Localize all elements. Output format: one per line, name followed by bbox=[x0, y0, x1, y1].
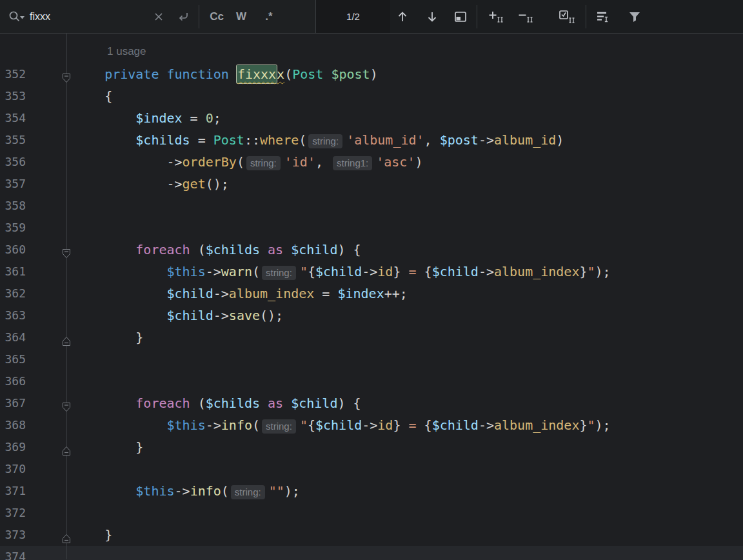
code-line[interactable]: 373 } bbox=[0, 524, 743, 546]
token-prop: album_id bbox=[494, 132, 556, 148]
line-number: 373 bbox=[0, 524, 26, 546]
line-number: 355 bbox=[0, 129, 26, 151]
code-line[interactable]: 370 bbox=[0, 458, 743, 480]
token-punct: ( bbox=[237, 154, 244, 170]
token-punct: { bbox=[74, 88, 112, 104]
code-line[interactable]: 359 bbox=[0, 217, 743, 239]
line-number: 367 bbox=[0, 392, 26, 414]
token-var: $child bbox=[291, 242, 337, 257]
token-punct: -> bbox=[479, 132, 494, 148]
token-punct: = bbox=[190, 132, 213, 148]
fold-end-icon[interactable] bbox=[61, 336, 72, 346]
code-line[interactable]: 358 bbox=[0, 195, 743, 217]
fold-end-icon[interactable] bbox=[61, 446, 72, 456]
token-kw: private function bbox=[74, 66, 237, 82]
words-toggle[interactable]: W bbox=[232, 10, 251, 23]
code-line[interactable]: 362 $child->album_index = $index++; bbox=[0, 283, 743, 305]
code-line[interactable]: 354 $index = 0; bbox=[0, 107, 743, 129]
token-var: $index bbox=[337, 286, 384, 301]
fold-collapse-icon[interactable] bbox=[61, 402, 72, 412]
code-text: ->orderBy(string:'id', string1:'asc') bbox=[74, 151, 423, 173]
code-line[interactable]: 371 $this->info(string:""); bbox=[0, 480, 743, 502]
token-punct bbox=[74, 242, 135, 257]
token-punct: { bbox=[308, 417, 315, 433]
fold-marker[interactable] bbox=[61, 398, 72, 408]
code-line[interactable]: 353 { bbox=[0, 85, 743, 107]
code-line[interactable]: 355 $childs = Post::where(string:'album_… bbox=[0, 129, 743, 151]
filter-icon[interactable] bbox=[628, 10, 641, 23]
newline-icon[interactable] bbox=[175, 11, 190, 23]
inlay-hint: string: bbox=[308, 134, 342, 148]
search-in-selection-icon[interactable] bbox=[596, 10, 610, 23]
clear-icon[interactable] bbox=[154, 12, 164, 22]
select-all-occurrences-icon[interactable] bbox=[559, 10, 575, 24]
token-punct: = bbox=[314, 286, 337, 301]
token-var: $child bbox=[167, 286, 213, 301]
line-number: 359 bbox=[0, 217, 26, 239]
token-fnw: x bbox=[277, 66, 284, 82]
token-punct: ); bbox=[284, 483, 300, 499]
code-line[interactable]: 352 private function fixxxx(Post $post) bbox=[0, 63, 743, 85]
prev-occurrence-icon[interactable] bbox=[397, 10, 408, 23]
token-punct: (); bbox=[260, 308, 283, 323]
fold-collapse-icon[interactable] bbox=[61, 73, 72, 83]
line-number: 362 bbox=[0, 283, 26, 305]
token-punct: } bbox=[579, 417, 587, 433]
code-line[interactable]: 356 ->orderBy(string:'id', string1:'asc'… bbox=[0, 151, 743, 173]
match-case-toggle[interactable]: Cc bbox=[207, 10, 226, 23]
code-line[interactable]: 363 $child->save(); bbox=[0, 305, 743, 326]
line-number: 371 bbox=[0, 480, 26, 502]
fold-marker[interactable] bbox=[61, 332, 72, 343]
code-line[interactable]: 357 ->get(); bbox=[0, 173, 743, 195]
token-punct bbox=[74, 395, 135, 411]
code-line[interactable]: 374 bbox=[0, 546, 743, 560]
token-str: = bbox=[401, 264, 424, 279]
code-text: ->get(); bbox=[74, 173, 229, 195]
token-punct: -> bbox=[175, 483, 190, 499]
code-line[interactable]: 361 $this->warn(string:"{$child->id} = {… bbox=[0, 261, 743, 283]
search-dropdown-icon[interactable] bbox=[8, 9, 26, 25]
code-line[interactable]: 367 foreach ($childs as $child) { bbox=[0, 392, 743, 414]
next-occurrence-icon[interactable] bbox=[427, 10, 437, 23]
code-text: } bbox=[74, 326, 143, 348]
code-line[interactable]: 372 bbox=[0, 502, 743, 524]
token-fnst: get bbox=[183, 176, 206, 192]
fold-end-icon[interactable] bbox=[61, 534, 72, 544]
code-line[interactable]: 364 } bbox=[0, 326, 743, 348]
fold-marker[interactable] bbox=[61, 442, 72, 452]
code-line[interactable]: 366 bbox=[0, 370, 743, 392]
remove-occurrence-icon[interactable] bbox=[518, 10, 533, 23]
match-count: 1/2 bbox=[346, 11, 360, 22]
add-occurrence-icon[interactable] bbox=[488, 10, 504, 23]
code-line[interactable]: 365 bbox=[0, 348, 743, 370]
code-line[interactable]: 360 foreach ($childs as $child) { bbox=[0, 239, 743, 261]
token-fnst: where bbox=[260, 132, 299, 148]
code-line[interactable]: 369 } bbox=[0, 436, 743, 458]
line-number: 360 bbox=[0, 239, 26, 261]
token-punct: -> bbox=[362, 417, 377, 433]
line-number: 372 bbox=[0, 502, 26, 524]
fold-marker[interactable] bbox=[61, 69, 72, 79]
token-var: $childs bbox=[135, 132, 190, 148]
code-line[interactable]: 368 $this->info(string:"{$child->id} = {… bbox=[0, 414, 743, 436]
token-prop: album_index bbox=[494, 417, 579, 433]
token-var: $post bbox=[440, 132, 479, 148]
regex-toggle[interactable]: .* bbox=[259, 10, 279, 23]
search-input[interactable]: fixxx bbox=[30, 11, 50, 23]
code-text: } bbox=[74, 524, 112, 546]
token-punct: , bbox=[315, 154, 331, 170]
fold-marker[interactable] bbox=[61, 245, 72, 255]
fold-collapse-icon[interactable] bbox=[61, 248, 72, 259]
token-punct bbox=[74, 264, 167, 279]
open-in-find-window-icon[interactable] bbox=[454, 11, 467, 23]
token-punct: ); bbox=[595, 264, 611, 279]
token-punct bbox=[323, 66, 331, 82]
usage-hint[interactable]: 1 usage bbox=[0, 40, 743, 63]
line-number: 365 bbox=[0, 348, 26, 370]
token-punct: } bbox=[393, 264, 401, 279]
token-punct: } bbox=[579, 264, 587, 279]
token-punct bbox=[74, 132, 135, 148]
token-var: $child bbox=[432, 264, 479, 279]
fold-marker[interactable] bbox=[61, 530, 72, 540]
code-editor[interactable]: 351 1 usage 352 private function fixxxx(… bbox=[0, 34, 743, 559]
